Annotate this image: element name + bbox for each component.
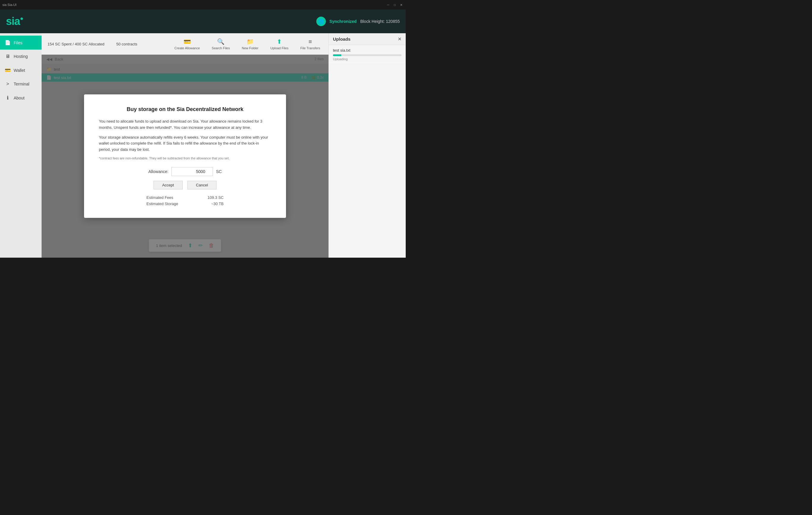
header: sia 🌐 Synchronized Block Height: 120855 (0, 9, 406, 33)
uploads-title: Uploads (333, 36, 350, 41)
estimated-fees-value: 109.3 SC (208, 195, 224, 200)
sidebar-item-label: Terminal (14, 82, 29, 86)
modal-buttons: Accept Cancel (99, 181, 271, 189)
allowance-input[interactable] (171, 167, 213, 176)
create-allowance-label: Create Allowance (174, 46, 200, 50)
upload-progress-bar (333, 54, 402, 56)
sidebar-item-label: Wallet (14, 68, 25, 73)
sync-icon: 🌐 (316, 17, 326, 26)
block-height: Block Height: 120855 (360, 19, 400, 24)
toolbar-actions: 💳 Create Allowance 🔍 Search Files 📁 New … (172, 37, 323, 51)
modal-paragraph1: You need to allocate funds to upload and… (99, 118, 271, 131)
estimated-storage-value: ~30 TB (211, 202, 224, 206)
logo-dot (21, 18, 23, 20)
accept-button[interactable]: Accept (153, 181, 183, 189)
sidebar-item-hosting[interactable]: 🖥 Hosting (0, 50, 41, 63)
modal-title: Buy storage on the Sia Decentralized Net… (99, 106, 271, 113)
new-folder-label: New Folder (242, 46, 258, 50)
modal-note: *contract fees are non-refundable. They … (99, 156, 271, 160)
titlebar: sia Sia-UI ─ □ ✕ (0, 0, 406, 9)
hosting-icon: 🖥 (5, 54, 11, 59)
estimated-storage-label: Estimated Storage (146, 202, 178, 206)
modal-paragraph2: Your storage allowance automatically ref… (99, 134, 271, 153)
new-folder-button[interactable]: 📁 New Folder (239, 37, 261, 51)
create-allowance-button[interactable]: 💳 Create Allowance (172, 37, 202, 51)
minimize-button[interactable]: ─ (386, 3, 390, 7)
create-allowance-icon: 💳 (183, 38, 191, 45)
contracts-count: 50 contracts (116, 42, 138, 46)
uploads-header: Uploads ✕ (329, 33, 406, 45)
sidebar-item-files[interactable]: 📄 Files (0, 36, 41, 50)
files-icon: 📄 (5, 40, 11, 46)
upload-files-label: Upload Files (270, 46, 288, 50)
new-folder-icon: 📁 (246, 38, 254, 45)
window-controls: ─ □ ✕ (386, 3, 403, 7)
content-area: 154 SC Spent / 400 SC Allocated 50 contr… (41, 33, 328, 258)
sidebar-item-about[interactable]: ℹ About (0, 91, 41, 105)
search-files-button[interactable]: 🔍 Search Files (209, 37, 232, 51)
toolbar: 154 SC Spent / 400 SC Allocated 50 contr… (41, 33, 328, 55)
file-browser: ◀◀ Back 2 files 📁 test 📄 test sia.txt (41, 55, 328, 258)
estimated-fees-label: Estimated Fees (146, 195, 173, 200)
toolbar-info: 154 SC Spent / 400 SC Allocated 50 contr… (48, 42, 137, 46)
cancel-button[interactable]: Cancel (187, 181, 216, 189)
upload-filename: test sia.txt (333, 48, 402, 53)
upload-progress-fill (333, 54, 341, 56)
main-layout: 📄 Files 🖥 Hosting 💳 Wallet > Terminal ℹ … (0, 33, 406, 258)
upload-files-button[interactable]: ⬆ Upload Files (268, 37, 291, 51)
allowance-row: Allowance: SC (99, 167, 271, 176)
sidebar-item-wallet[interactable]: 💳 Wallet (0, 63, 41, 77)
estimated-fees-row: Estimated Fees 109.3 SC (146, 195, 224, 200)
sidebar: 📄 Files 🖥 Hosting 💳 Wallet > Terminal ℹ … (0, 33, 41, 258)
upload-files-icon: ⬆ (277, 38, 282, 45)
wallet-icon: 💳 (5, 67, 11, 73)
allowance-label: Allowance: (148, 169, 168, 174)
restore-button[interactable]: □ (393, 3, 397, 7)
file-transfers-icon: ≡ (309, 38, 312, 45)
logo-text: sia (6, 15, 20, 28)
uploads-panel: Uploads ✕ test sia.txt Uploading (328, 33, 406, 258)
header-right: 🌐 Synchronized Block Height: 120855 (316, 17, 400, 26)
modal-estimates: Estimated Fees 109.3 SC Estimated Storag… (99, 195, 271, 206)
sidebar-item-label: About (14, 96, 25, 100)
close-button[interactable]: ✕ (399, 3, 403, 7)
search-files-icon: 🔍 (217, 38, 225, 45)
upload-status: Uploading (333, 57, 402, 61)
uploads-close-button[interactable]: ✕ (398, 36, 402, 42)
modal-dialog: Buy storage on the Sia Decentralized Net… (84, 94, 286, 218)
file-transfers-label: File Transfers (300, 46, 320, 50)
sidebar-item-label: Hosting (14, 54, 28, 59)
about-icon: ℹ (5, 95, 11, 101)
upload-item: test sia.txt Uploading (329, 45, 406, 64)
terminal-icon: > (5, 81, 11, 87)
app-title: sia Sia-UI (2, 3, 17, 6)
modal-overlay: Buy storage on the Sia Decentralized Net… (41, 55, 328, 258)
sidebar-item-terminal[interactable]: > Terminal (0, 77, 41, 91)
logo: sia (6, 15, 23, 28)
search-files-label: Search Files (212, 46, 230, 50)
sync-status: Synchronized (329, 19, 357, 24)
sc-spent: 154 SC Spent / 400 SC Allocated (48, 42, 105, 46)
file-transfers-button[interactable]: ≡ File Transfers (298, 37, 323, 51)
estimated-storage-row: Estimated Storage ~30 TB (146, 202, 224, 206)
allowance-unit: SC (216, 169, 222, 174)
sidebar-item-label: Files (14, 40, 23, 45)
